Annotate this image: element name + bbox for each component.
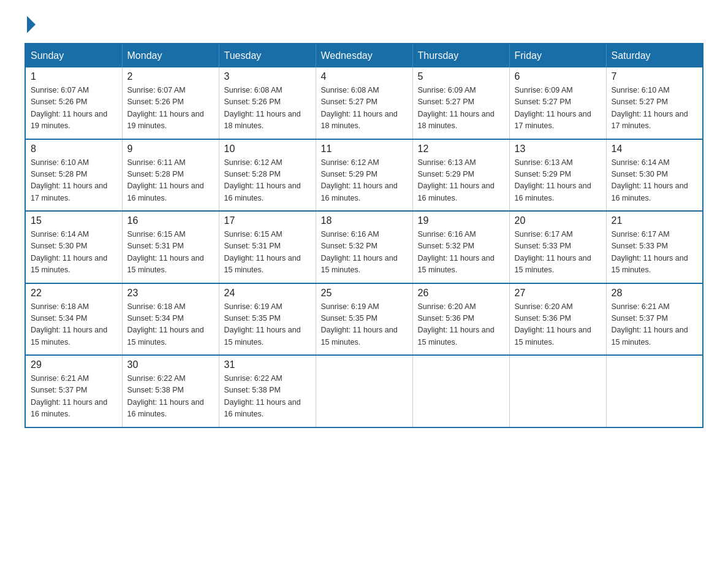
calendar-cell [412,355,509,427]
calendar-cell: 6Sunrise: 6:09 AMSunset: 5:27 PMDaylight… [509,67,606,139]
calendar-cell: 14Sunrise: 6:14 AMSunset: 5:30 PMDayligh… [606,139,703,212]
calendar-cell: 16Sunrise: 6:15 AMSunset: 5:31 PMDayligh… [122,211,219,283]
day-number: 14 [612,144,698,155]
logo [25,18,36,31]
calendar-cell: 30Sunrise: 6:22 AMSunset: 5:38 PMDayligh… [122,355,219,427]
day-info: Sunrise: 6:21 AMSunset: 5:37 PMDaylight:… [31,373,117,421]
day-info: Sunrise: 6:10 AMSunset: 5:28 PMDaylight:… [31,157,117,205]
day-info: Sunrise: 6:11 AMSunset: 5:28 PMDaylight:… [127,157,214,205]
calendar-cell: 26Sunrise: 6:20 AMSunset: 5:36 PMDayligh… [412,283,509,356]
day-number: 17 [224,215,311,226]
calendar-cell [606,355,703,427]
calendar-cell [316,355,412,427]
day-info: Sunrise: 6:21 AMSunset: 5:37 PMDaylight:… [612,301,698,349]
day-info: Sunrise: 6:13 AMSunset: 5:29 PMDaylight:… [418,157,504,205]
day-info: Sunrise: 6:20 AMSunset: 5:36 PMDaylight:… [418,301,504,349]
calendar-cell: 3Sunrise: 6:08 AMSunset: 5:26 PMDaylight… [219,67,316,139]
day-info: Sunrise: 6:14 AMSunset: 5:30 PMDaylight:… [31,229,117,277]
header-sunday: Sunday [25,44,122,67]
day-info: Sunrise: 6:15 AMSunset: 5:31 PMDaylight:… [127,229,214,277]
calendar-cell: 12Sunrise: 6:13 AMSunset: 5:29 PMDayligh… [412,139,509,212]
day-info: Sunrise: 6:12 AMSunset: 5:29 PMDaylight:… [321,157,408,205]
header-thursday: Thursday [412,44,509,67]
day-info: Sunrise: 6:18 AMSunset: 5:34 PMDaylight:… [31,301,117,349]
day-info: Sunrise: 6:15 AMSunset: 5:31 PMDaylight:… [224,229,311,277]
calendar-week-row: 22Sunrise: 6:18 AMSunset: 5:34 PMDayligh… [25,283,703,356]
day-info: Sunrise: 6:08 AMSunset: 5:27 PMDaylight:… [321,85,408,132]
day-number: 10 [224,144,311,155]
day-number: 16 [127,215,214,226]
day-number: 2 [127,71,214,82]
day-info: Sunrise: 6:17 AMSunset: 5:33 PMDaylight:… [612,229,698,277]
calendar-week-row: 15Sunrise: 6:14 AMSunset: 5:30 PMDayligh… [25,211,703,283]
calendar-cell: 25Sunrise: 6:19 AMSunset: 5:35 PMDayligh… [316,283,412,356]
day-info: Sunrise: 6:09 AMSunset: 5:27 PMDaylight:… [515,85,601,132]
day-number: 6 [515,71,601,82]
day-number: 3 [224,71,311,82]
day-info: Sunrise: 6:16 AMSunset: 5:32 PMDaylight:… [418,229,504,277]
day-number: 13 [515,144,601,155]
calendar-cell: 1Sunrise: 6:07 AMSunset: 5:26 PMDaylight… [25,67,122,139]
day-info: Sunrise: 6:07 AMSunset: 5:26 PMDaylight:… [127,85,214,132]
calendar-cell: 4Sunrise: 6:08 AMSunset: 5:27 PMDaylight… [316,67,412,139]
calendar-cell: 24Sunrise: 6:19 AMSunset: 5:35 PMDayligh… [219,283,316,356]
calendar-header-row: SundayMondayTuesdayWednesdayThursdayFrid… [25,44,703,67]
logo-top [25,18,36,33]
day-info: Sunrise: 6:16 AMSunset: 5:32 PMDaylight:… [321,229,408,277]
day-info: Sunrise: 6:09 AMSunset: 5:27 PMDaylight:… [418,85,504,132]
header-saturday: Saturday [606,44,703,67]
day-info: Sunrise: 6:13 AMSunset: 5:29 PMDaylight:… [515,157,601,205]
header-wednesday: Wednesday [316,44,412,67]
calendar-cell: 15Sunrise: 6:14 AMSunset: 5:30 PMDayligh… [25,211,122,283]
calendar-cell: 8Sunrise: 6:10 AMSunset: 5:28 PMDaylight… [25,139,122,212]
day-info: Sunrise: 6:10 AMSunset: 5:27 PMDaylight:… [612,85,698,132]
calendar-cell: 27Sunrise: 6:20 AMSunset: 5:36 PMDayligh… [509,283,606,356]
day-number: 15 [31,215,117,226]
day-number: 12 [418,144,504,155]
day-number: 20 [515,215,601,226]
day-info: Sunrise: 6:22 AMSunset: 5:38 PMDaylight:… [224,373,311,421]
day-number: 5 [418,71,504,82]
day-info: Sunrise: 6:19 AMSunset: 5:35 PMDaylight:… [321,301,408,349]
calendar-cell: 21Sunrise: 6:17 AMSunset: 5:33 PMDayligh… [606,211,703,283]
day-number: 8 [31,144,117,155]
calendar-cell: 20Sunrise: 6:17 AMSunset: 5:33 PMDayligh… [509,211,606,283]
calendar-cell: 9Sunrise: 6:11 AMSunset: 5:28 PMDaylight… [122,139,219,212]
header-friday: Friday [509,44,606,67]
day-info: Sunrise: 6:12 AMSunset: 5:28 PMDaylight:… [224,157,311,205]
calendar-cell: 31Sunrise: 6:22 AMSunset: 5:38 PMDayligh… [219,355,316,427]
calendar-cell: 13Sunrise: 6:13 AMSunset: 5:29 PMDayligh… [509,139,606,212]
day-number: 29 [31,359,117,370]
calendar-week-row: 1Sunrise: 6:07 AMSunset: 5:26 PMDaylight… [25,67,703,139]
day-number: 18 [321,215,408,226]
day-number: 26 [418,288,504,299]
calendar-cell: 5Sunrise: 6:09 AMSunset: 5:27 PMDaylight… [412,67,509,139]
day-info: Sunrise: 6:18 AMSunset: 5:34 PMDaylight:… [127,301,214,349]
header-monday: Monday [122,44,219,67]
day-info: Sunrise: 6:08 AMSunset: 5:26 PMDaylight:… [224,85,311,132]
header-tuesday: Tuesday [219,44,316,67]
day-info: Sunrise: 6:20 AMSunset: 5:36 PMDaylight:… [515,301,601,349]
calendar-cell: 22Sunrise: 6:18 AMSunset: 5:34 PMDayligh… [25,283,122,356]
logo-triangle-icon [27,16,36,33]
day-info: Sunrise: 6:17 AMSunset: 5:33 PMDaylight:… [515,229,601,277]
page-header [25,18,703,31]
calendar-cell: 17Sunrise: 6:15 AMSunset: 5:31 PMDayligh… [219,211,316,283]
day-number: 11 [321,144,408,155]
calendar-cell: 23Sunrise: 6:18 AMSunset: 5:34 PMDayligh… [122,283,219,356]
day-number: 21 [612,215,698,226]
calendar-cell: 10Sunrise: 6:12 AMSunset: 5:28 PMDayligh… [219,139,316,212]
calendar-cell: 7Sunrise: 6:10 AMSunset: 5:27 PMDaylight… [606,67,703,139]
day-number: 9 [127,144,214,155]
day-info: Sunrise: 6:14 AMSunset: 5:30 PMDaylight:… [612,157,698,205]
calendar-cell: 29Sunrise: 6:21 AMSunset: 5:37 PMDayligh… [25,355,122,427]
day-number: 22 [31,288,117,299]
calendar-week-row: 29Sunrise: 6:21 AMSunset: 5:37 PMDayligh… [25,355,703,427]
day-number: 23 [127,288,214,299]
day-number: 28 [612,288,698,299]
day-number: 30 [127,359,214,370]
day-number: 24 [224,288,311,299]
day-number: 4 [321,71,408,82]
calendar-table: SundayMondayTuesdayWednesdayThursdayFrid… [25,43,703,428]
calendar-cell: 28Sunrise: 6:21 AMSunset: 5:37 PMDayligh… [606,283,703,356]
